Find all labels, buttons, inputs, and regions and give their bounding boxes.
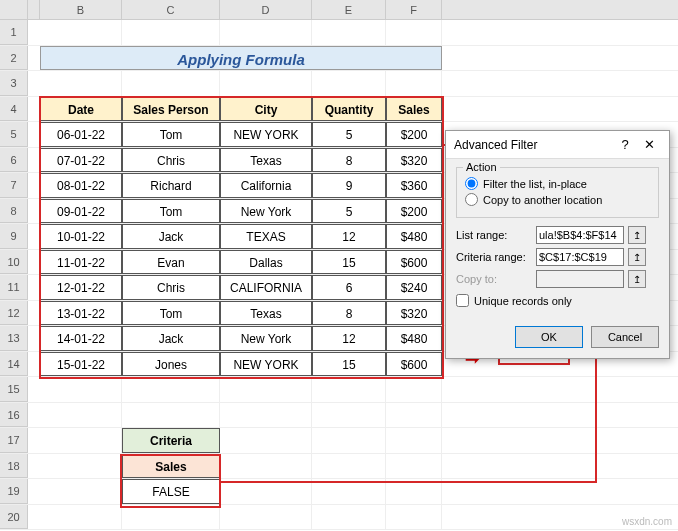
cell-date[interactable]: 14-01-22 bbox=[40, 326, 122, 351]
radio-copy-location[interactable] bbox=[465, 193, 478, 206]
col-header-b[interactable]: B bbox=[40, 0, 122, 19]
select-all-corner[interactable] bbox=[0, 0, 28, 19]
ok-button[interactable]: OK bbox=[515, 326, 583, 348]
th-date[interactable]: Date bbox=[40, 97, 122, 122]
cell-person[interactable]: Richard bbox=[122, 173, 220, 198]
copy-to-input bbox=[536, 270, 624, 288]
cancel-button[interactable]: Cancel bbox=[591, 326, 659, 348]
cell-sales[interactable]: $240 bbox=[386, 275, 442, 300]
cell-person[interactable]: Tom bbox=[122, 122, 220, 147]
cell-date[interactable]: 06-01-22 bbox=[40, 122, 122, 147]
cell-person[interactable]: Jack bbox=[122, 224, 220, 249]
cell-city[interactable]: CALIFORNIA bbox=[220, 275, 312, 300]
row-header[interactable]: 9 bbox=[0, 224, 28, 249]
help-icon[interactable]: ? bbox=[613, 137, 637, 152]
row-header[interactable]: 3 bbox=[0, 71, 28, 96]
cell-date[interactable]: 15-01-22 bbox=[40, 352, 122, 377]
cell-qty[interactable]: 15 bbox=[312, 250, 386, 275]
cell-date[interactable]: 12-01-22 bbox=[40, 275, 122, 300]
cell-city[interactable]: Texas bbox=[220, 301, 312, 326]
col-header-d[interactable]: D bbox=[220, 0, 312, 19]
cell-city[interactable]: NEW YORK bbox=[220, 352, 312, 377]
row-header[interactable]: 20 bbox=[0, 505, 28, 530]
cell-sales[interactable]: $320 bbox=[386, 148, 442, 173]
criteria-range-input[interactable] bbox=[536, 248, 624, 266]
cell-person[interactable]: Tom bbox=[122, 301, 220, 326]
th-qty[interactable]: Quantity bbox=[312, 97, 386, 122]
action-group: Action Filter the list, in-place Copy to… bbox=[456, 167, 659, 218]
row-header[interactable]: 18 bbox=[0, 454, 28, 479]
radio-filter-inplace[interactable] bbox=[465, 177, 478, 190]
row-header[interactable]: 4 bbox=[0, 97, 28, 122]
dialog-titlebar[interactable]: Advanced Filter ? ✕ bbox=[446, 131, 669, 159]
cell-city[interactable]: Dallas bbox=[220, 250, 312, 275]
row-header[interactable]: 7 bbox=[0, 173, 28, 198]
row-header[interactable]: 12 bbox=[0, 301, 28, 326]
col-header-c[interactable]: C bbox=[122, 0, 220, 19]
cell-date[interactable]: 09-01-22 bbox=[40, 199, 122, 224]
cell-sales[interactable]: $600 bbox=[386, 250, 442, 275]
cell-person[interactable]: Chris bbox=[122, 148, 220, 173]
cell-date[interactable]: 07-01-22 bbox=[40, 148, 122, 173]
cell-person[interactable]: Chris bbox=[122, 275, 220, 300]
unique-records-checkbox[interactable] bbox=[456, 294, 469, 307]
row-header[interactable]: 5 bbox=[0, 122, 28, 147]
cell-sales[interactable]: $200 bbox=[386, 199, 442, 224]
cell-sales[interactable]: $320 bbox=[386, 301, 442, 326]
cell-sales[interactable]: $360 bbox=[386, 173, 442, 198]
criteria-value[interactable]: FALSE bbox=[122, 479, 220, 504]
row-header[interactable]: 16 bbox=[0, 403, 28, 428]
th-sales[interactable]: Sales bbox=[386, 97, 442, 122]
cell-city[interactable]: TEXAS bbox=[220, 224, 312, 249]
th-city[interactable]: City bbox=[220, 97, 312, 122]
row-header[interactable]: 19 bbox=[0, 479, 28, 504]
close-icon[interactable]: ✕ bbox=[637, 137, 661, 152]
cell-city[interactable]: New York bbox=[220, 199, 312, 224]
cell-qty[interactable]: 6 bbox=[312, 275, 386, 300]
criteria-header[interactable]: Criteria bbox=[122, 428, 220, 453]
criteria-range-ref-icon[interactable]: ↥ bbox=[628, 248, 646, 266]
cell-qty[interactable]: 12 bbox=[312, 326, 386, 351]
cell-person[interactable]: Evan bbox=[122, 250, 220, 275]
row-header[interactable]: 13 bbox=[0, 326, 28, 351]
row-header[interactable]: 11 bbox=[0, 275, 28, 300]
cell-city[interactable]: Texas bbox=[220, 148, 312, 173]
row-header[interactable]: 10 bbox=[0, 250, 28, 275]
cell-sales[interactable]: $200 bbox=[386, 122, 442, 147]
cell-city[interactable]: California bbox=[220, 173, 312, 198]
cell-sales[interactable]: $480 bbox=[386, 326, 442, 351]
cell-qty[interactable]: 8 bbox=[312, 148, 386, 173]
cell-qty[interactable]: 8 bbox=[312, 301, 386, 326]
row-header[interactable]: 17 bbox=[0, 428, 28, 453]
cell-qty[interactable]: 15 bbox=[312, 352, 386, 377]
row-header[interactable]: 1 bbox=[0, 20, 28, 45]
cell-city[interactable]: New York bbox=[220, 326, 312, 351]
cell-sales[interactable]: $480 bbox=[386, 224, 442, 249]
row-header[interactable]: 2 bbox=[0, 46, 28, 71]
cell-qty[interactable]: 5 bbox=[312, 199, 386, 224]
cell-sales[interactable]: $600 bbox=[386, 352, 442, 377]
cell-date[interactable]: 08-01-22 bbox=[40, 173, 122, 198]
cell-date[interactable]: 13-01-22 bbox=[40, 301, 122, 326]
cell-city[interactable]: NEW YORK bbox=[220, 122, 312, 147]
cell-person[interactable]: Jack bbox=[122, 326, 220, 351]
cell-person[interactable]: Jones bbox=[122, 352, 220, 377]
cell-person[interactable]: Tom bbox=[122, 199, 220, 224]
cell-date[interactable]: 11-01-22 bbox=[40, 250, 122, 275]
th-person[interactable]: Sales Person bbox=[122, 97, 220, 122]
row-header[interactable]: 6 bbox=[0, 148, 28, 173]
list-range-input[interactable] bbox=[536, 226, 624, 244]
col-header-e[interactable]: E bbox=[312, 0, 386, 19]
cell-qty[interactable]: 12 bbox=[312, 224, 386, 249]
copy-to-ref-icon[interactable]: ↥ bbox=[628, 270, 646, 288]
row-header[interactable]: 8 bbox=[0, 199, 28, 224]
list-range-ref-icon[interactable]: ↥ bbox=[628, 226, 646, 244]
col-header-a[interactable] bbox=[28, 0, 40, 19]
cell-date[interactable]: 10-01-22 bbox=[40, 224, 122, 249]
cell-qty[interactable]: 5 bbox=[312, 122, 386, 147]
criteria-field[interactable]: Sales bbox=[122, 454, 220, 479]
row-header[interactable]: 14 bbox=[0, 352, 28, 377]
row-header[interactable]: 15 bbox=[0, 377, 28, 402]
cell-qty[interactable]: 9 bbox=[312, 173, 386, 198]
col-header-f[interactable]: F bbox=[386, 0, 442, 19]
